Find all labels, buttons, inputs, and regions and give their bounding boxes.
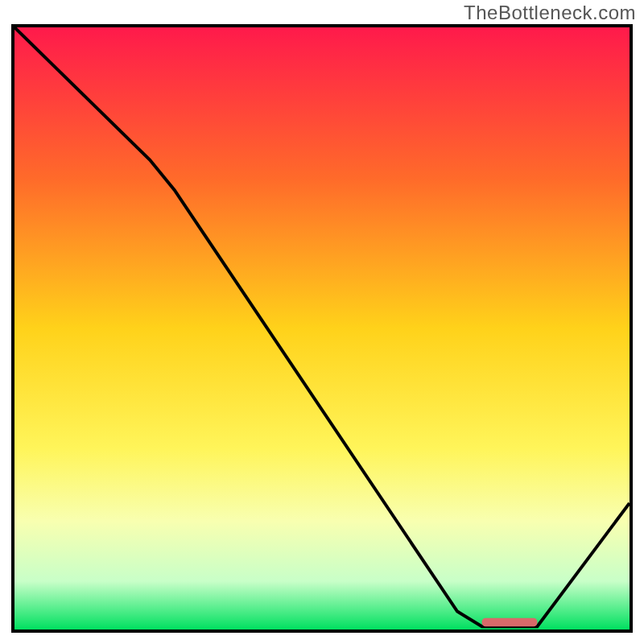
chart-container: TheBottleneck.com bbox=[0, 0, 644, 644]
watermark-text: TheBottleneck.com bbox=[464, 2, 636, 24]
optimum-marker bbox=[482, 618, 538, 626]
plot-svg bbox=[14, 27, 630, 630]
plot-frame bbox=[11, 24, 633, 633]
